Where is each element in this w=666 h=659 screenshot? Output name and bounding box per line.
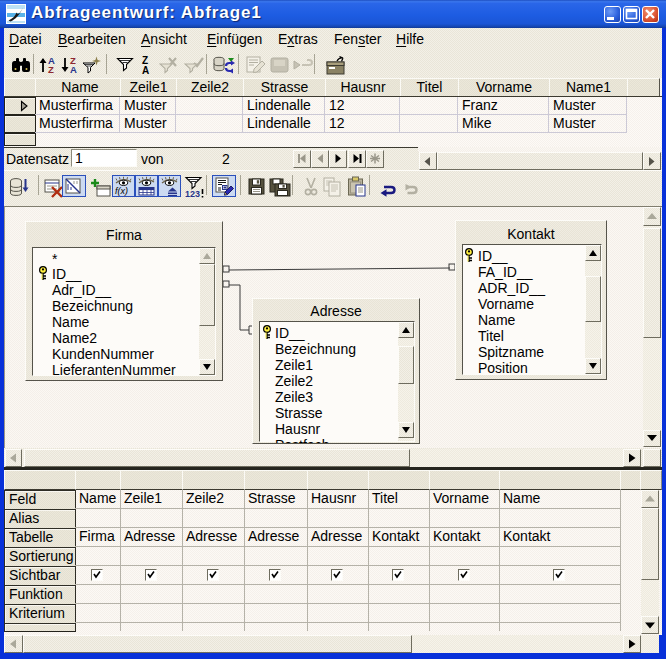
svg-text:123: 123 — [185, 189, 200, 198]
svg-text:Z: Z — [48, 64, 54, 74]
svg-text:A: A — [142, 65, 149, 75]
svg-text:f(x): f(x) — [115, 186, 128, 196]
svg-text:A: A — [70, 64, 77, 74]
